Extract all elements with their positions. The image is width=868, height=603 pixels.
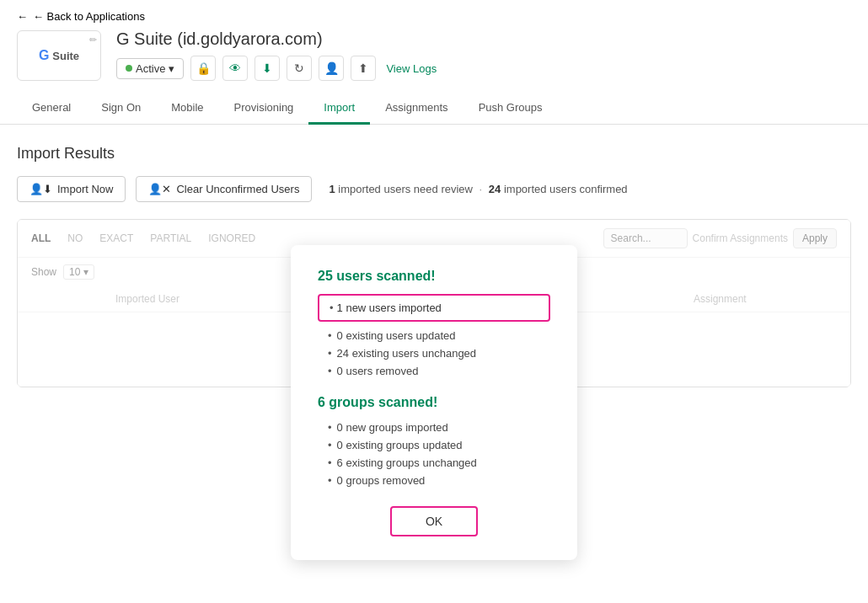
existing-groups-unchanged-item: • 6 existing groups unchanged	[318, 454, 550, 472]
app-logo-text: G Suite	[39, 48, 79, 63]
review-label: imported users need review	[338, 183, 473, 195]
bullet-icon: •	[330, 302, 334, 314]
bullet-4: •	[328, 421, 332, 434]
person-icon-btn[interactable]: 👤	[319, 56, 344, 81]
import-now-icon: 👤⬇	[29, 183, 52, 195]
clear-unconfirmed-label: Clear Unconfirmed Users	[176, 183, 299, 195]
app-header: G Suite ✏ G Suite (id.goldyarora.com) Ac…	[0, 29, 868, 93]
import-now-label: Import Now	[57, 183, 113, 195]
existing-groups-updated-item: • 0 existing groups updated	[318, 436, 550, 454]
app-title-section: G Suite (id.goldyarora.com) Active ▾ 🔒 👁…	[116, 29, 437, 81]
view-logs-link[interactable]: View Logs	[386, 62, 437, 75]
ok-button-wrapper: OK	[318, 506, 550, 536]
users-removed-text: 0 users removed	[337, 365, 419, 377]
status-chevron-icon: ▾	[169, 62, 174, 75]
modal-overlay: 25 users scanned! • 1 new users imported…	[18, 220, 850, 387]
app-controls: Active ▾ 🔒 👁 ⬇ ↻ 👤 ⬆ View Logs	[116, 56, 437, 81]
existing-users-unchanged-item: • 24 existing users unchanged	[318, 344, 550, 362]
tab-import[interactable]: Import	[308, 93, 370, 125]
back-to-applications-link[interactable]: ← ← Back to Applications	[0, 0, 868, 29]
action-bar: 👤⬇ Import Now 👤✕ Clear Unconfirmed Users…	[17, 176, 851, 202]
clear-unconfirmed-icon: 👤✕	[148, 183, 171, 195]
groups-scanned-title: 6 groups scanned!	[318, 395, 550, 410]
new-groups-imported-text: 0 new groups imported	[337, 421, 448, 434]
import-results-modal: 25 users scanned! • 1 new users imported…	[291, 245, 577, 560]
users-removed-item: • 0 users removed	[318, 362, 550, 380]
existing-users-unchanged-text: 24 existing users unchanged	[337, 347, 477, 360]
section-title: Import Results	[17, 145, 851, 163]
edit-logo-icon[interactable]: ✏	[89, 35, 97, 45]
new-groups-imported-item: • 0 new groups imported	[318, 419, 550, 436]
tab-general[interactable]: General	[17, 93, 86, 125]
bullet-2: •	[328, 347, 332, 360]
dot-separator: ·	[480, 183, 485, 195]
export-icon-btn[interactable]: ⬆	[351, 56, 376, 81]
tab-sign-on[interactable]: Sign On	[86, 93, 156, 125]
refresh-icon-btn[interactable]: ↻	[287, 56, 312, 81]
import-now-button[interactable]: 👤⬇ Import Now	[17, 176, 126, 202]
status-indicator	[126, 65, 132, 72]
bullet-5: •	[328, 439, 332, 451]
groups-removed-item: • 0 groups removed	[318, 472, 550, 489]
existing-groups-updated-text: 0 existing groups updated	[337, 439, 463, 451]
groups-removed-text: 0 groups removed	[337, 474, 426, 487]
bullet-6: •	[328, 456, 332, 469]
main-content: Import Results 👤⬇ Import Now 👤✕ Clear Un…	[0, 125, 868, 408]
back-arrow-icon: ←	[17, 10, 28, 23]
status-dropdown[interactable]: Active ▾	[116, 58, 184, 79]
bullet-3: •	[328, 365, 332, 377]
ok-button[interactable]: OK	[390, 506, 478, 536]
tab-provisioning[interactable]: Provisioning	[219, 93, 309, 125]
existing-users-updated-item: • 0 existing users updated	[318, 327, 550, 344]
highlight-new-users-text: 1 new users imported	[337, 302, 442, 314]
review-count: 1	[329, 183, 335, 195]
tabs-nav: General Sign On Mobile Provisioning Impo…	[0, 93, 868, 125]
confirmed-count: 24	[489, 183, 501, 195]
existing-groups-unchanged-text: 6 existing groups unchanged	[337, 456, 477, 469]
highlight-new-users-box: • 1 new users imported	[318, 294, 550, 322]
users-scanned-title: 25 users scanned!	[318, 269, 550, 284]
import-user-icon-btn[interactable]: ⬇	[255, 56, 280, 81]
existing-users-updated-text: 0 existing users updated	[337, 329, 456, 342]
bullet-1: •	[328, 329, 332, 342]
confirmed-label: imported users confirmed	[504, 183, 628, 195]
tab-push-groups[interactable]: Push Groups	[463, 93, 558, 125]
tab-assignments[interactable]: Assignments	[370, 93, 463, 125]
back-link-label: ← Back to Applications	[33, 10, 145, 23]
visibility-icon-btn[interactable]: 👁	[222, 56, 248, 81]
tab-mobile[interactable]: Mobile	[156, 93, 218, 125]
clear-unconfirmed-button[interactable]: 👤✕ Clear Unconfirmed Users	[136, 176, 312, 202]
review-status-text: 1 imported users need review · 24 import…	[329, 183, 627, 195]
app-title: G Suite (id.goldyarora.com)	[116, 29, 437, 49]
lock-icon-btn[interactable]: 🔒	[190, 56, 216, 81]
bullet-7: •	[328, 474, 332, 487]
status-label: Active	[136, 62, 165, 75]
app-logo: G Suite ✏	[17, 30, 101, 81]
import-table-container: ALL NO EXACT PARTIAL IGNORED Confirm Ass…	[17, 219, 851, 387]
